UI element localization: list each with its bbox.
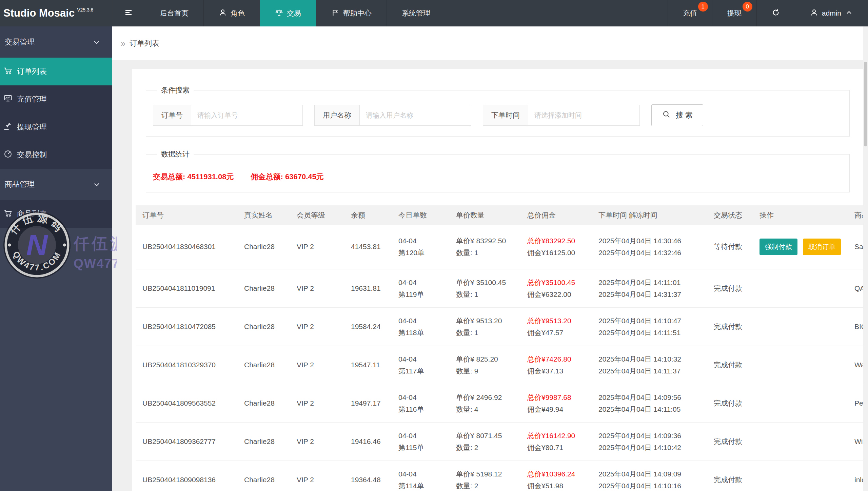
commission-amount: 佣金总额: 63670.45元 xyxy=(251,172,324,181)
balance-cell: 19364.48 xyxy=(344,461,392,491)
cancel-order-button[interactable]: 取消订单 xyxy=(803,239,841,255)
unfreeze-time: 2025年04月04日 14:10:16 xyxy=(598,480,707,491)
table-row: UB2504041810329370Charlie28VIP 219547.11… xyxy=(136,346,863,384)
price-qty-cell: 单价¥ 5198.12数量: 2 xyxy=(449,461,520,491)
sidebar-item-label: 商品列表 xyxy=(17,209,47,219)
unfreeze-time: 2025年04月04日 14:31:37 xyxy=(598,288,707,300)
commission: 佣金¥80.71 xyxy=(527,442,591,453)
sidebar-group-product-management[interactable]: 商品管理 xyxy=(0,169,112,200)
topbar: Studio Mosaic V25.3.6 后台首页 角色 交易 帮助中心 系统… xyxy=(0,0,868,26)
order-no-label: 订单号 xyxy=(153,105,191,126)
unit-price: 单价¥ 2496.92 xyxy=(456,391,520,403)
content: 条件搜索 订单号 用户名称 下单时间 xyxy=(112,60,868,491)
stats-fieldset: 数据统计 交易总额: 4511931.08元 佣金总额: 63670.45元 xyxy=(146,149,850,192)
price-qty-cell: 单价¥ 8071.45数量: 2 xyxy=(449,422,520,461)
order-time: 2025年04月04日 14:09:36 xyxy=(598,430,707,442)
page-title: 订单列表 xyxy=(130,38,159,48)
column-header: 总价佣金 xyxy=(520,205,592,225)
order-time: 2025年04月04日 14:30:46 xyxy=(598,235,707,247)
order-date: 04-04 xyxy=(398,353,449,365)
search-button[interactable]: 搜 索 xyxy=(651,104,703,126)
search-legend: 条件搜索 xyxy=(157,85,194,95)
user-menu[interactable]: admin xyxy=(795,0,868,26)
actions-cell: 强制付款取消订单 xyxy=(753,225,848,269)
recharge-badge: 1 xyxy=(698,2,708,12)
order-no-cell: UB2504041830468301 xyxy=(136,225,237,269)
status-cell: 完成付款 xyxy=(707,346,753,384)
sidebar-item-recharge-management[interactable]: 充值管理 xyxy=(0,85,112,113)
order-no-field-group: 订单号 xyxy=(153,105,303,126)
username-input[interactable] xyxy=(359,105,471,126)
status-cell: 完成付款 xyxy=(707,269,753,307)
nav-item-trade[interactable]: 交易 xyxy=(260,0,316,26)
order-no-input[interactable] xyxy=(191,105,303,126)
commission: 佣金¥6322.00 xyxy=(527,288,591,300)
username: admin xyxy=(822,9,841,17)
unit-price: 单价¥ 8071.45 xyxy=(456,430,520,442)
total-commission-cell: 总价¥9987.68佣金¥49.94 xyxy=(520,384,592,422)
time-cell: 2025年04月04日 14:10:472025年04月04日 14:11:51 xyxy=(592,307,707,346)
sidebar-item-label: 订单列表 xyxy=(17,66,47,77)
total-amount: 交易总额: 4511931.08元 xyxy=(153,172,234,181)
stats-line: 交易总额: 4511931.08元 佣金总额: 63670.45元 xyxy=(153,172,843,182)
sidebar-item-product-list[interactable]: 商品列表 xyxy=(0,200,112,228)
unfreeze-time: 2025年04月04日 14:10:42 xyxy=(598,442,707,453)
order-seq: 第120单 xyxy=(398,247,449,259)
price-qty-cell: 单价¥ 35100.45数量: 1 xyxy=(449,269,520,307)
actions-cell xyxy=(753,422,848,461)
order-time-input[interactable] xyxy=(528,105,640,126)
refresh-button[interactable] xyxy=(756,0,795,26)
chevron-up-icon xyxy=(845,8,853,18)
balance-cell: 41453.81 xyxy=(344,225,392,269)
nav-item-dashboard[interactable]: 后台首页 xyxy=(145,0,203,26)
unfreeze-time: 2025年04月04日 14:11:37 xyxy=(598,365,707,377)
total-commission-cell: 总价¥9513.20佣金¥47.57 xyxy=(520,307,592,346)
breadcrumb-arrow-icon: » xyxy=(121,39,125,48)
nav-label: 帮助中心 xyxy=(343,8,372,18)
status-cell: 完成付款 xyxy=(707,307,753,346)
scrollbar-thumb[interactable] xyxy=(864,62,867,146)
order-date: 04-04 xyxy=(398,315,449,327)
withdraw-badge: 0 xyxy=(743,2,752,12)
time-cell: 2025年04月04日 14:09:092025年04月04日 14:10:16 xyxy=(592,461,707,491)
balance-cell: 19547.11 xyxy=(344,346,392,384)
order-table: 订单号真实姓名会员等级余额今日单数单价数量总价佣金下单时间 解冻时间交易状态操作… xyxy=(136,205,863,491)
nav-item-system-admin[interactable]: 系统管理 xyxy=(387,0,445,26)
quantity: 数量: 1 xyxy=(456,247,520,259)
order-date: 04-04 xyxy=(398,430,449,442)
order-table-head-row: 订单号真实姓名会员等级余额今日单数单价数量总价佣金下单时间 解冻时间交易状态操作… xyxy=(136,205,863,225)
search-fieldset: 条件搜索 订单号 用户名称 下单时间 xyxy=(146,85,850,137)
nav-item-help-center[interactable]: 帮助中心 xyxy=(316,0,387,26)
order-no-cell: UB2504041810329370 xyxy=(136,346,237,384)
sidebar-item-trade-control[interactable]: 交易控制 xyxy=(0,141,112,169)
chevron-down-icon xyxy=(92,180,101,191)
today-orders-cell: 04-04第120单 xyxy=(392,225,449,269)
order-date: 04-04 xyxy=(398,277,449,288)
unfreeze-time: 2025年04月04日 14:11:05 xyxy=(598,403,707,415)
sidebar-collapse-button[interactable] xyxy=(112,0,145,26)
force-pay-button[interactable]: 强制付款 xyxy=(760,239,797,255)
vertical-scrollbar[interactable] xyxy=(863,26,868,491)
withdraw-button[interactable]: 提现 0 xyxy=(712,0,756,26)
recharge-button[interactable]: 充值 1 xyxy=(668,0,712,26)
nav-item-roles[interactable]: 角色 xyxy=(203,0,260,26)
member-level-cell: VIP 2 xyxy=(290,461,344,491)
sidebar-item-order-list[interactable]: 订单列表 xyxy=(0,58,112,85)
today-orders-cell: 04-04第118单 xyxy=(392,307,449,346)
status-cell: 等待付款 xyxy=(707,225,753,269)
search-button-label: 搜 索 xyxy=(676,110,693,120)
commission: 佣金¥47.57 xyxy=(527,327,591,339)
order-time: 2025年04月04日 14:10:32 xyxy=(598,353,707,365)
search-icon xyxy=(662,110,671,121)
sidebar-group-trade-management[interactable]: 交易管理 xyxy=(0,26,112,58)
table-row: UB2504041810472085Charlie28VIP 219584.24… xyxy=(136,307,863,346)
total-commission-cell: 总价¥35100.45佣金¥6322.00 xyxy=(520,269,592,307)
product-cell: inlove xyxy=(848,461,863,491)
column-header: 下单时间 解冻时间 xyxy=(592,205,707,225)
column-header: 单价数量 xyxy=(449,205,520,225)
search-row: 订单号 用户名称 下单时间 搜 索 xyxy=(153,104,843,126)
sidebar-item-withdraw-management[interactable]: 提现管理 xyxy=(0,113,112,141)
withdraw-label: 提现 xyxy=(727,8,742,18)
order-no-cell: UB2504041809098136 xyxy=(136,461,237,491)
time-cell: 2025年04月04日 14:10:322025年04月04日 14:11:37 xyxy=(592,346,707,384)
